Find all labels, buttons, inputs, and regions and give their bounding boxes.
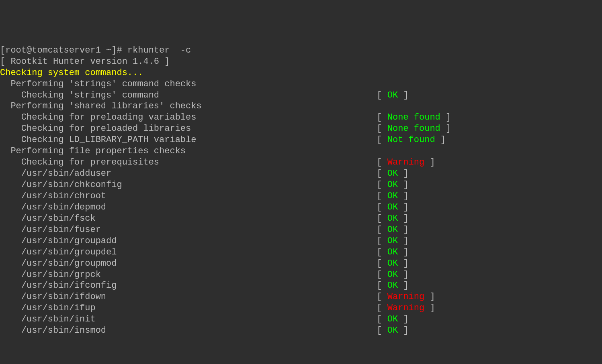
check-label: /usr/sbin/grpck: [0, 269, 377, 281]
check-label: Checking for prerequisites: [0, 157, 377, 168]
check-status: Warning: [387, 303, 424, 314]
bracket-close: ]: [398, 213, 408, 224]
check-row: Checking LD_LIBRARY_PATH variable [ Not …: [0, 134, 602, 146]
check-status: OK: [387, 202, 398, 213]
check-label: Checking LD_LIBRARY_PATH variable: [0, 134, 377, 146]
section-title: Performing 'shared libraries' checks: [0, 101, 602, 112]
check-label: /usr/sbin/insmod: [0, 325, 377, 336]
bracket-open: [: [377, 280, 387, 291]
check-row: /usr/sbin/groupadd [ OK ]: [0, 236, 602, 247]
bracket-close: ]: [398, 224, 408, 236]
check-row: /usr/sbin/chroot [ OK ]: [0, 191, 602, 202]
check-label: /usr/sbin/groupadd: [0, 236, 377, 247]
check-status: OK: [387, 247, 398, 258]
check-row: Checking for preloaded libraries [ None …: [0, 123, 602, 134]
check-status: OK: [387, 213, 398, 224]
check-status: OK: [387, 269, 398, 281]
bracket-open: [: [377, 258, 387, 269]
check-row: /usr/sbin/adduser [ OK ]: [0, 168, 602, 179]
bracket-close: ]: [424, 303, 435, 314]
check-status: OK: [387, 168, 398, 179]
check-status: Warning: [387, 157, 424, 168]
check-row: /usr/sbin/init [ OK ]: [0, 314, 602, 325]
check-label: /usr/sbin/adduser: [0, 168, 377, 179]
check-label: Checking for preloading variables: [0, 112, 377, 123]
check-status: None found: [387, 112, 440, 123]
shell-prompt[interactable]: [root@tomcatserver1 ~]# rkhunter -c: [0, 45, 602, 56]
check-label: /usr/sbin/ifup: [0, 303, 377, 314]
check-row: /usr/sbin/ifconfig [ OK ]: [0, 280, 602, 291]
check-status: OK: [387, 314, 398, 325]
bracket-open: [: [377, 269, 387, 281]
check-row: /usr/sbin/ifdown [ Warning ]: [0, 291, 602, 303]
bracket-open: [: [377, 314, 387, 325]
check-label: /usr/sbin/chroot: [0, 191, 377, 202]
bracket-close: ]: [398, 314, 408, 325]
check-row: /usr/sbin/ifup [ Warning ]: [0, 303, 602, 314]
bracket-open: [: [377, 191, 387, 202]
check-status: OK: [387, 224, 398, 236]
check-label: /usr/sbin/ifdown: [0, 291, 377, 303]
bracket-close: ]: [398, 280, 408, 291]
check-status: OK: [387, 258, 398, 269]
bracket-close: ]: [398, 202, 408, 213]
terminal-output: [root@tomcatserver1 ~]# rkhunter -c[ Roo…: [0, 45, 602, 336]
check-status: None found: [387, 123, 440, 134]
bracket-open: [: [377, 202, 387, 213]
bracket-open: [: [377, 247, 387, 258]
check-status: Not found: [387, 134, 435, 146]
check-label: /usr/sbin/init: [0, 314, 377, 325]
check-status: Warning: [387, 291, 424, 303]
check-row: /usr/sbin/insmod [ OK ]: [0, 325, 602, 336]
bracket-close: ]: [424, 291, 435, 303]
bracket-open: [: [377, 168, 387, 179]
check-status: OK: [387, 280, 398, 291]
bracket-open: [: [377, 112, 387, 123]
bracket-close: ]: [398, 179, 408, 191]
bracket-open: [: [377, 134, 387, 146]
bracket-open: [: [377, 213, 387, 224]
check-label: /usr/sbin/fuser: [0, 224, 377, 236]
check-row: Checking 'strings' command [ OK ]: [0, 90, 602, 101]
bracket-open: [: [377, 291, 387, 303]
check-row: /usr/sbin/chkconfig [ OK ]: [0, 179, 602, 191]
check-label: /usr/sbin/groupdel: [0, 247, 377, 258]
check-label: /usr/sbin/chkconfig: [0, 179, 377, 191]
section-header: Checking system commands...: [0, 67, 602, 79]
check-row: /usr/sbin/fsck [ OK ]: [0, 213, 602, 224]
bracket-close: ]: [435, 134, 446, 146]
check-label: Checking for preloaded libraries: [0, 123, 377, 134]
check-label: /usr/sbin/groupmod: [0, 258, 377, 269]
bracket-close: ]: [424, 157, 435, 168]
check-status: OK: [387, 179, 398, 191]
check-label: /usr/sbin/ifconfig: [0, 280, 377, 291]
check-label: Checking 'strings' command: [0, 90, 377, 101]
check-status: OK: [387, 236, 398, 247]
check-status: OK: [387, 325, 398, 336]
bracket-open: [: [377, 90, 387, 101]
bracket-close: ]: [398, 90, 408, 101]
bracket-open: [: [377, 325, 387, 336]
bracket-open: [: [377, 157, 387, 168]
check-status: OK: [387, 90, 398, 101]
check-row: /usr/sbin/fuser [ OK ]: [0, 224, 602, 236]
check-row: Checking for preloading variables [ None…: [0, 112, 602, 123]
check-row: /usr/sbin/groupmod [ OK ]: [0, 258, 602, 269]
check-row: /usr/sbin/groupdel [ OK ]: [0, 247, 602, 258]
bracket-open: [: [377, 224, 387, 236]
bracket-close: ]: [398, 269, 408, 281]
bracket-open: [: [377, 303, 387, 314]
section-title: Performing 'strings' command checks: [0, 79, 602, 90]
bracket-close: ]: [440, 123, 451, 134]
version-line: [ Rootkit Hunter version 1.4.6 ]: [0, 56, 602, 67]
check-label: /usr/sbin/fsck: [0, 213, 377, 224]
bracket-close: ]: [398, 168, 408, 179]
check-row: /usr/sbin/depmod [ OK ]: [0, 202, 602, 213]
bracket-close: ]: [398, 236, 408, 247]
bracket-close: ]: [398, 258, 408, 269]
check-status: OK: [387, 191, 398, 202]
bracket-close: ]: [398, 247, 408, 258]
check-label: /usr/sbin/depmod: [0, 202, 377, 213]
bracket-open: [: [377, 123, 387, 134]
check-row: /usr/sbin/grpck [ OK ]: [0, 269, 602, 281]
